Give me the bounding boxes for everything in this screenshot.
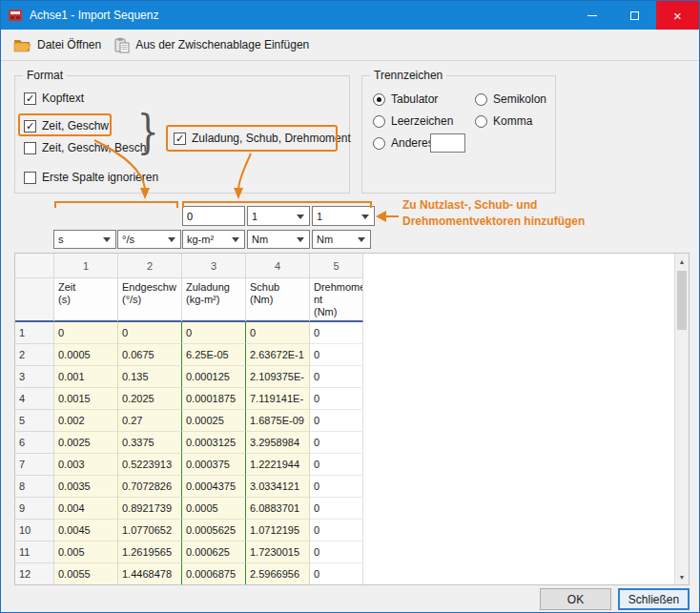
open-file-button[interactable]: Datei Öffnen (7, 34, 108, 56)
row-number-cell[interactable]: 8 (15, 476, 54, 498)
table-cell[interactable]: 0.0005 (54, 344, 118, 366)
table-cell[interactable]: 0.5223913 (118, 454, 182, 476)
table-cell[interactable]: 0.8921739 (118, 498, 182, 520)
table-cell[interactable]: 0.0035 (54, 476, 118, 498)
table-cell[interactable]: 6.25E-05 (182, 344, 246, 366)
scroll-up-button[interactable]: ▲ (675, 254, 689, 269)
row-number-cell[interactable]: 10 (15, 520, 54, 541)
table-cell[interactable]: 1.2619565 (118, 541, 182, 563)
table-cell[interactable]: 0.003 (54, 454, 118, 476)
radio-semikolon[interactable]: Semikolon (475, 92, 546, 106)
unit-combobox-zuladung[interactable]: kg-m² (182, 230, 245, 249)
table-cell[interactable]: 0 (310, 410, 363, 432)
table-cell[interactable]: 1.4468478 (118, 563, 182, 585)
checkbox-zeit-geschw-beschl[interactable]: Zeit, Geschw, Beschl (24, 141, 149, 154)
table-cell[interactable]: 0 (118, 322, 182, 344)
minimize-button[interactable] (570, 1, 613, 30)
table-cell[interactable]: 0.135 (118, 366, 182, 388)
table-cell[interactable]: 0 (310, 322, 363, 344)
table-cell[interactable]: 0.005 (54, 541, 118, 563)
table-cell[interactable]: 0 (310, 344, 363, 366)
table-cell[interactable]: 0.0004375 (182, 476, 246, 498)
table-cell[interactable]: 0 (246, 322, 310, 344)
checkbox-erste-spalte-ignorieren[interactable]: Erste Spalte ignorieren (24, 171, 158, 184)
row-number-cell[interactable]: 12 (15, 563, 54, 585)
table-cell[interactable]: 0.0045 (54, 520, 118, 541)
column-header[interactable]: Endgeschw (°/s) (118, 278, 182, 322)
row-number-cell[interactable]: 1 (15, 322, 54, 344)
table-cell[interactable]: 0.0675 (118, 344, 182, 366)
table-cell[interactable]: 0 (310, 432, 363, 454)
close-dialog-button[interactable]: Schließen (618, 588, 690, 610)
column-number[interactable]: 1 (54, 254, 118, 278)
table-cell[interactable]: 1.0712195 (246, 520, 310, 541)
radio-tabulator[interactable]: Tabulator (373, 92, 438, 106)
checkbox-kopftext[interactable]: Kopftext (24, 92, 84, 105)
table-cell[interactable]: 0.0003125 (182, 432, 246, 454)
table-cell[interactable]: 0.0025 (54, 432, 118, 454)
radio-anderes[interactable]: Anderes (373, 136, 434, 150)
table-cell[interactable]: 0.000375 (182, 454, 246, 476)
table-cell[interactable]: 0.0055 (54, 563, 118, 585)
table-cell[interactable]: 0 (310, 541, 363, 563)
vertical-scrollbar[interactable]: ▲ ▼ (674, 254, 689, 584)
schub-count-combobox[interactable]: 1 (247, 206, 310, 226)
table-cell[interactable]: 0 (182, 322, 246, 344)
column-number[interactable]: 2 (118, 254, 182, 278)
table-cell[interactable]: 0.2025 (118, 388, 182, 410)
unit-combobox-drehmoment[interactable]: Nm (312, 230, 371, 249)
table-cell[interactable]: 3.0334121 (246, 476, 310, 498)
table-cell[interactable]: 0 (54, 322, 118, 344)
drehmoment-count-combobox[interactable]: 1 (312, 206, 375, 226)
table-cell[interactable]: 0 (310, 388, 363, 410)
corner-cell[interactable] (15, 278, 54, 322)
unit-combobox-speed[interactable]: °/s (117, 230, 181, 249)
table-cell[interactable]: 0.0001875 (182, 388, 246, 410)
row-number-cell[interactable]: 6 (15, 432, 54, 454)
scrollbar-thumb[interactable] (677, 271, 687, 330)
radio-leerzeichen[interactable]: Leerzeichen (373, 114, 453, 128)
column-header[interactable]: Schub (Nm) (246, 278, 310, 322)
table-cell[interactable]: 0 (310, 563, 363, 585)
table-cell[interactable]: 1.2221944 (246, 454, 310, 476)
anderes-separator-input[interactable] (430, 133, 465, 153)
scroll-down-button[interactable]: ▼ (675, 569, 689, 584)
column-number[interactable]: 5 (310, 254, 363, 278)
table-cell[interactable]: 3.2958984 (246, 432, 310, 454)
table-cell[interactable]: 0.00025 (182, 410, 246, 432)
column-header[interactable]: Zuladung (kg-m²) (182, 278, 246, 322)
close-button[interactable]: × (656, 1, 699, 30)
table-cell[interactable]: 0.0006875 (182, 563, 246, 585)
table-cell[interactable]: 0.001 (54, 366, 118, 388)
table-cell[interactable]: 0 (310, 366, 363, 388)
table-cell[interactable]: 0.0005625 (182, 520, 246, 541)
column-number[interactable]: 3 (182, 254, 246, 278)
maximize-button[interactable] (613, 1, 656, 30)
table-cell[interactable]: 2.63672E-1 (246, 344, 310, 366)
table-cell[interactable]: 0 (310, 520, 363, 541)
row-number-cell[interactable]: 11 (15, 541, 54, 563)
table-cell[interactable]: 0 (310, 454, 363, 476)
table-cell[interactable]: 7.119141E- (246, 388, 310, 410)
row-number-cell[interactable]: 4 (15, 388, 54, 410)
unit-combobox-schub[interactable]: Nm (247, 230, 310, 249)
table-cell[interactable]: 0.0015 (54, 388, 118, 410)
ok-button[interactable]: OK (540, 588, 611, 610)
table-cell[interactable]: 0.004 (54, 498, 118, 520)
table-cell[interactable]: 0.3375 (118, 432, 182, 454)
table-cell[interactable]: 1.7230015 (246, 541, 310, 563)
table-cell[interactable]: 0.7072826 (118, 476, 182, 498)
unit-combobox-time[interactable]: s (53, 230, 116, 249)
table-cell[interactable]: 0.002 (54, 410, 118, 432)
row-number-cell[interactable]: 2 (15, 344, 54, 366)
table-cell[interactable]: 6.0883701 (246, 498, 310, 520)
paste-clipboard-button[interactable]: Aus der Zwischenablage Einfügen (108, 33, 316, 57)
table-cell[interactable]: 2.5966956 (246, 563, 310, 585)
row-number-cell[interactable]: 9 (15, 498, 54, 520)
column-number[interactable]: 4 (246, 254, 310, 278)
row-number-cell[interactable]: 3 (15, 366, 54, 388)
column-header[interactable]: Drehmome nt (Nm) (310, 278, 363, 322)
table-cell[interactable]: 0.000125 (182, 366, 246, 388)
zuladung-count-input[interactable] (182, 206, 245, 226)
table-cell[interactable]: 1.0770652 (118, 520, 182, 541)
